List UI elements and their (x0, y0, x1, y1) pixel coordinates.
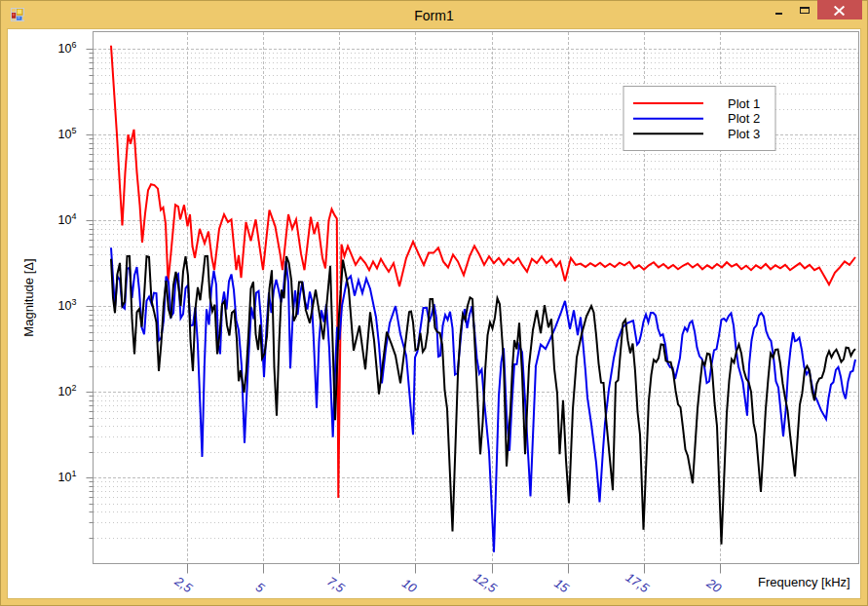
svg-text:Plot 2: Plot 2 (728, 111, 760, 126)
svg-text:5: 5 (253, 580, 268, 596)
svg-text:105: 105 (58, 126, 77, 141)
svg-text:20: 20 (703, 575, 725, 596)
svg-text:103: 103 (58, 297, 77, 313)
svg-text:17,5: 17,5 (623, 570, 653, 596)
svg-text:Plot 3: Plot 3 (728, 127, 760, 141)
svg-text:102: 102 (58, 383, 77, 398)
svg-text:104: 104 (58, 211, 77, 227)
svg-text:2,5: 2,5 (171, 573, 196, 596)
svg-text:Plot 1: Plot 1 (728, 96, 760, 111)
svg-text:10: 10 (399, 576, 420, 596)
svg-text:106: 106 (58, 40, 77, 56)
svg-text:101: 101 (58, 469, 77, 484)
svg-text:12,5: 12,5 (471, 570, 500, 596)
svg-text:7,5: 7,5 (324, 574, 348, 596)
svg-text:15: 15 (551, 576, 572, 596)
